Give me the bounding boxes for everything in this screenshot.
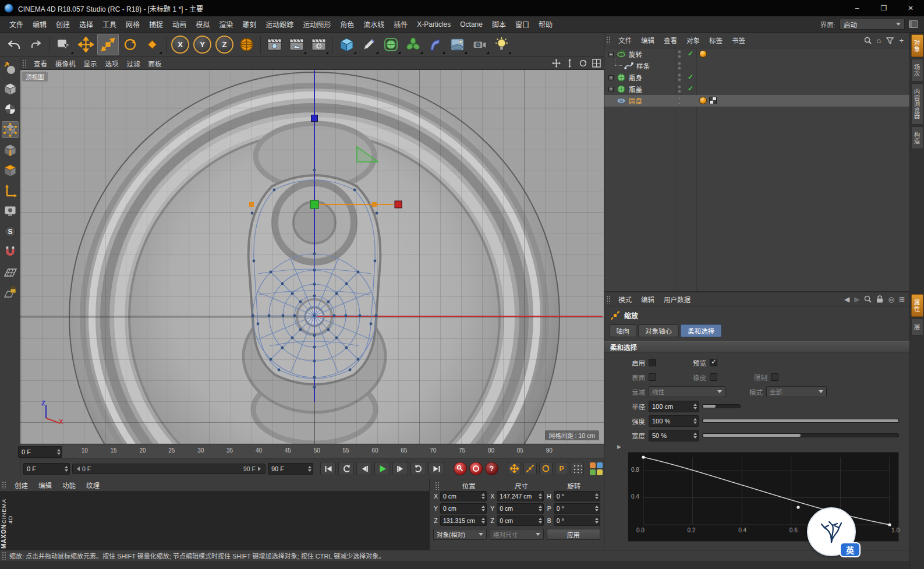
section-header[interactable]: 柔和选择 <box>604 341 909 352</box>
lock-z-axis-button[interactable]: Z <box>214 34 235 55</box>
attribute-menu-item[interactable]: 模式 <box>614 295 636 304</box>
falloff-select[interactable]: 线性 <box>649 386 725 397</box>
lock-y-axis-button[interactable]: Y <box>192 34 213 55</box>
visibility-dots[interactable] <box>678 62 681 70</box>
menu-item[interactable]: 雕刻 <box>238 19 261 29</box>
record-parameter-toggle[interactable]: P <box>555 462 568 475</box>
gizmo-z-handle[interactable] <box>311 115 318 122</box>
minimize-button[interactable]: – <box>844 0 870 16</box>
toggle-views-icon[interactable] <box>592 58 601 68</box>
preview-checkbox[interactable] <box>710 359 717 366</box>
viewport-menu-item[interactable]: 选项 <box>101 59 123 68</box>
tab-soft-selection[interactable]: 柔和选择 <box>681 324 721 337</box>
focus-icon[interactable]: ◎ <box>888 295 894 303</box>
camera-button[interactable] <box>469 34 490 55</box>
position-y-field[interactable]: 0 cm <box>440 503 487 514</box>
texture-tag-icon[interactable] <box>699 50 707 58</box>
close-button[interactable]: ✕ <box>897 0 924 16</box>
dock-tab-layers[interactable]: 层 <box>911 319 923 335</box>
dock-tab-structure[interactable]: 构造 <box>911 126 923 149</box>
size-z-field[interactable]: 0 cm <box>497 515 543 526</box>
maximize-button[interactable]: ❐ <box>870 0 897 16</box>
strength-slider[interactable] <box>702 419 899 423</box>
redo-button[interactable] <box>25 34 47 55</box>
menu-item[interactable]: X-Particles <box>412 20 455 29</box>
object-menu-item[interactable]: 编辑 <box>636 36 659 45</box>
menu-item[interactable]: 窗口 <box>511 19 534 29</box>
gizmo-center-handle[interactable] <box>310 200 318 208</box>
points-mode-button[interactable] <box>2 121 19 138</box>
attribute-menu-item[interactable]: 编辑 <box>636 295 659 304</box>
workplane-button[interactable] <box>2 264 19 281</box>
menu-item[interactable]: 编辑 <box>28 19 51 29</box>
expand-icon[interactable] <box>608 87 614 92</box>
mode-select[interactable]: 全部 <box>766 386 827 397</box>
menu-item[interactable]: 脚本 <box>487 19 511 29</box>
environment-button[interactable] <box>447 34 468 55</box>
size-y-field[interactable]: 0 cm <box>497 503 543 514</box>
previous-key-button[interactable] <box>338 462 354 475</box>
record-pla-toggle[interactable] <box>571 462 584 475</box>
timeline-ruler[interactable]: 051015202530354045505560657075808590 0 F <box>20 444 604 458</box>
attribute-menu-item[interactable]: 用户数据 <box>659 295 695 304</box>
enable-checkbox[interactable] <box>649 359 656 366</box>
visibility-dots[interactable] <box>678 97 681 105</box>
home-icon[interactable]: ⌂ <box>877 36 881 45</box>
enabled-check-icon[interactable] <box>688 50 693 58</box>
viewport-canvas[interactable]: 顶视图 网格间距 : 10 cm Z X <box>20 70 604 444</box>
record-rotation-toggle[interactable] <box>539 462 553 475</box>
menu-item[interactable]: 运动图形 <box>298 19 335 29</box>
rubber-checkbox[interactable] <box>710 373 717 381</box>
object-row-lathe[interactable]: 旋转 <box>604 48 909 60</box>
menu-item[interactable]: 角色 <box>335 19 359 29</box>
end-frame-field[interactable]: 90 F <box>268 463 313 475</box>
add-cube-button[interactable] <box>336 34 357 55</box>
pan-view-icon[interactable] <box>551 58 561 68</box>
mograph-button[interactable] <box>402 34 424 55</box>
strength-field[interactable]: 100 % <box>649 415 699 427</box>
scale-tool-button[interactable] <box>97 34 119 55</box>
rotation-h-field[interactable]: 0 ° <box>554 491 600 501</box>
light-button[interactable] <box>491 34 512 55</box>
menu-item[interactable]: 工具 <box>98 19 121 29</box>
object-row-bottle-cap[interactable]: 瓶盖 <box>604 83 909 95</box>
curve-expander-icon[interactable]: ▶ <box>604 443 909 451</box>
menu-item[interactable]: 插件 <box>389 19 412 29</box>
object-row-disc[interactable]: 圆盘 <box>604 95 909 107</box>
zoom-view-icon[interactable] <box>565 58 575 68</box>
object-menu-item[interactable]: 文件 <box>614 36 636 45</box>
visibility-dots[interactable] <box>678 85 681 93</box>
gizmo-tip-mid[interactable] <box>372 202 377 207</box>
keyframe-selection-button[interactable]: ? <box>485 462 498 475</box>
menu-item[interactable]: 动画 <box>168 19 191 29</box>
coordinate-system-button[interactable] <box>236 34 257 55</box>
uvw-tag-icon[interactable] <box>709 97 717 104</box>
layout-icon[interactable] <box>909 20 918 28</box>
position-x-field[interactable]: 0 cm <box>440 491 487 501</box>
tab-object-axis[interactable]: 对象轴心 <box>638 324 679 337</box>
rotation-b-field[interactable]: 0 ° <box>554 515 600 526</box>
menu-item[interactable]: 模拟 <box>191 19 214 29</box>
width-slider[interactable] <box>702 433 899 437</box>
polygons-mode-button[interactable] <box>2 162 19 179</box>
menu-item[interactable]: Octane <box>455 20 487 29</box>
search-icon[interactable] <box>864 37 872 44</box>
dock-tab-attributes[interactable]: 属性 <box>911 294 923 317</box>
viewport-solo-button[interactable] <box>2 203 19 220</box>
goto-start-button[interactable] <box>320 462 336 475</box>
menu-item[interactable]: 创建 <box>51 19 75 29</box>
dock-tab-objects[interactable]: 对象 <box>911 34 923 57</box>
object-row-bottle-body[interactable]: 瓶身 <box>604 72 909 83</box>
record-scale-toggle[interactable] <box>523 462 537 475</box>
radius-slider[interactable] <box>702 404 741 408</box>
panel-grip[interactable] <box>606 36 611 44</box>
menu-item[interactable]: 选择 <box>75 19 98 29</box>
object-row-spline[interactable]: 样条 <box>604 60 909 72</box>
range-left-icon[interactable] <box>77 466 80 471</box>
dock-tab-content-browser[interactable]: 内容浏览器 <box>911 83 923 125</box>
size-mode-select[interactable]: 绝对尺寸 <box>490 529 543 540</box>
history-forward-icon[interactable]: ▶ <box>854 295 859 303</box>
goto-end-button[interactable] <box>429 462 444 475</box>
panel-grip[interactable] <box>606 295 611 303</box>
spline-pen-button[interactable] <box>358 34 380 55</box>
